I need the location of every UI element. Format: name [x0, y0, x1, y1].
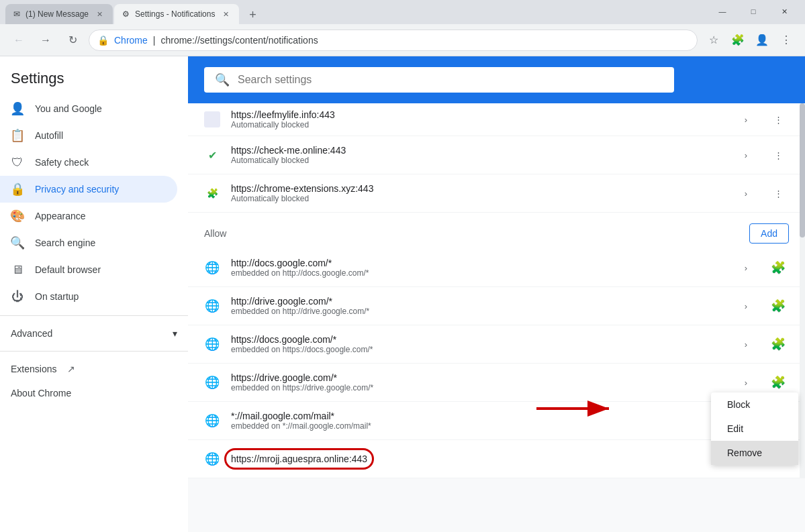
browser-icon: 🖥	[11, 263, 24, 276]
sidebar-item-extensions[interactable]: Extensions ↗	[0, 357, 177, 381]
sidebar-item-on-startup[interactable]: ⏻ On startup	[0, 283, 177, 310]
site-favicon-0	[204, 111, 220, 127]
sidebar-label-default-browser: Default browser	[35, 264, 101, 275]
site-favicon-1: ✔	[204, 147, 220, 163]
search-bar-container: 🔍	[188, 56, 805, 103]
main-content: Settings 👤 You and Google 📋 Autofill 🛡 S…	[0, 56, 805, 532]
chevron-button-1[interactable]: ›	[735, 144, 757, 166]
advanced-label: Advanced	[11, 328, 52, 339]
allow-url-1: http://drive.google.com/*	[231, 296, 724, 307]
tab-title: (1) New Message	[26, 9, 89, 19]
globe-icon-0: 🌐	[204, 260, 220, 276]
site-sub-0: Automatically blocked	[231, 120, 724, 129]
profile-button[interactable]: 👤	[751, 30, 773, 51]
search-input[interactable]	[238, 74, 663, 86]
allow-sub-2: embedded on https://docs.google.com/*	[231, 345, 724, 354]
more-button-1[interactable]: ⋮	[767, 144, 789, 166]
puzzle-icon-2: 🧩	[771, 337, 786, 352]
allow-sub-1: embedded on http://drive.google.com/*	[231, 307, 724, 316]
sidebar-divider-2	[0, 351, 188, 352]
bookmark-button[interactable]: ☆	[703, 30, 724, 51]
sidebar-item-autofill[interactable]: 📋 Autofill	[0, 122, 177, 149]
allow-chevron-3[interactable]: ›	[735, 372, 757, 393]
sidebar-item-about-chrome[interactable]: About Chrome	[0, 381, 177, 405]
more-button-2[interactable]: ⋮	[767, 182, 789, 204]
puzzle-icon-1: 🧩	[771, 299, 786, 313]
allow-url-5: https://mrojj.aguespra.online:443	[231, 454, 367, 464]
sidebar-item-safety-check[interactable]: 🛡 Safety check	[0, 149, 177, 176]
sidebar-divider	[0, 315, 188, 316]
address-text: chrome://settings/content/notifications	[160, 35, 689, 46]
site-info-1: https://check-me.online:443 Automaticall…	[231, 145, 724, 165]
sidebar-item-default-browser[interactable]: 🖥 Default browser	[0, 256, 177, 283]
context-menu-block[interactable]: Block	[711, 392, 798, 417]
search-icon: 🔍	[215, 72, 230, 87]
extensions-button[interactable]: 🧩	[727, 30, 749, 51]
allow-chevron-1[interactable]: ›	[735, 295, 757, 317]
context-menu-remove[interactable]: Remove	[711, 441, 798, 465]
sidebar-item-you-and-google[interactable]: 👤 You and Google	[0, 95, 177, 122]
search-bar: 🔍	[204, 67, 674, 93]
sidebar: Settings 👤 You and Google 📋 Autofill 🛡 S…	[0, 56, 188, 532]
tab-close-button[interactable]: ✕	[94, 9, 105, 19]
scrollbar-thumb[interactable]	[800, 103, 805, 237]
allow-section-header: Allow Add	[188, 213, 805, 249]
chevron-button-2[interactable]: ›	[735, 182, 757, 204]
puzzle-icon-3: 🧩	[771, 375, 786, 390]
settings-content: 🔍 https://leefmylife.info:443 Automatica…	[188, 56, 805, 532]
allow-more-2[interactable]: 🧩	[767, 333, 789, 355]
new-tab-button[interactable]: +	[243, 5, 262, 24]
tab-settings[interactable]: ⚙ Settings - Notifications ✕	[114, 4, 239, 24]
context-menu: Block Edit Remove	[711, 392, 798, 465]
tab-new-message[interactable]: ✉ (1) New Message ✕	[5, 4, 113, 24]
allow-more-0[interactable]: 🧩	[767, 257, 789, 278]
allow-chevron-0[interactable]: ›	[735, 257, 757, 278]
sidebar-item-privacy-security[interactable]: 🔒 Privacy and security	[0, 176, 177, 203]
tab-close-settings[interactable]: ✕	[220, 9, 231, 19]
site-sub-1: Automatically blocked	[231, 156, 724, 165]
browser-frame: ✉ (1) New Message ✕ ⚙ Settings - Notific…	[0, 0, 805, 532]
sidebar-item-search-engine[interactable]: 🔍 Search engine	[0, 229, 177, 256]
context-menu-edit[interactable]: Edit	[711, 417, 798, 441]
allow-url-2: https://docs.google.com/*	[231, 334, 724, 345]
allow-more-1[interactable]: 🧩	[767, 295, 789, 317]
allow-chevron-2[interactable]: ›	[735, 333, 757, 355]
search-nav-icon: 🔍	[11, 236, 24, 250]
more-button-0[interactable]: ⋮	[767, 109, 789, 130]
close-button[interactable]: ✕	[769, 1, 800, 21]
minimize-button[interactable]: —	[707, 1, 738, 21]
allow-info-1: http://drive.google.com/* embedded on ht…	[231, 296, 724, 316]
toolbar-right: ☆ 🧩 👤 ⋮	[703, 30, 797, 51]
startup-icon: ⏻	[11, 290, 24, 303]
external-link-icon: ↗	[67, 364, 75, 374]
allow-sub-4: embedded on *://mail.google.com/mail*	[231, 421, 724, 431]
back-button[interactable]: ←	[8, 30, 30, 51]
lock-icon: 🔒	[97, 35, 109, 46]
add-button[interactable]: Add	[749, 223, 789, 244]
forward-button[interactable]: →	[35, 30, 56, 51]
globe-icon-5: 🌐	[204, 451, 220, 467]
maximize-button[interactable]: □	[738, 1, 769, 21]
sidebar-label-safety-check: Safety check	[35, 157, 89, 168]
allow-item-1: 🌐 http://drive.google.com/* embedded on …	[188, 287, 805, 325]
allow-url-0: http://docs.google.com/*	[231, 258, 724, 268]
chevron-down-icon: ▾	[173, 328, 177, 339]
sidebar-item-appearance[interactable]: 🎨 Appearance	[0, 203, 177, 229]
person-icon: 👤	[11, 102, 24, 115]
reload-button[interactable]: ↻	[62, 30, 83, 51]
sidebar-label-autofill: Autofill	[35, 130, 63, 141]
advanced-left: Advanced	[11, 328, 52, 339]
allow-info-0: http://docs.google.com/* embedded on htt…	[231, 258, 724, 278]
scrollbar-track	[800, 103, 805, 478]
sidebar-advanced[interactable]: Advanced ▾	[0, 321, 188, 345]
menu-button[interactable]: ⋮	[775, 30, 797, 51]
site-favicon-2: 🧩	[204, 185, 220, 201]
puzzle-icon-0: 🧩	[771, 260, 786, 275]
address-separator: |	[153, 35, 156, 46]
allow-more-3[interactable]: 🧩	[767, 372, 789, 393]
chevron-button-0[interactable]: ›	[735, 109, 757, 130]
extensions-label: Extensions	[11, 364, 56, 374]
sidebar-label-appearance: Appearance	[35, 211, 86, 221]
address-bar[interactable]: 🔒 Chrome | chrome://settings/content/not…	[89, 30, 698, 51]
lock-nav-icon: 🔒	[11, 182, 24, 196]
